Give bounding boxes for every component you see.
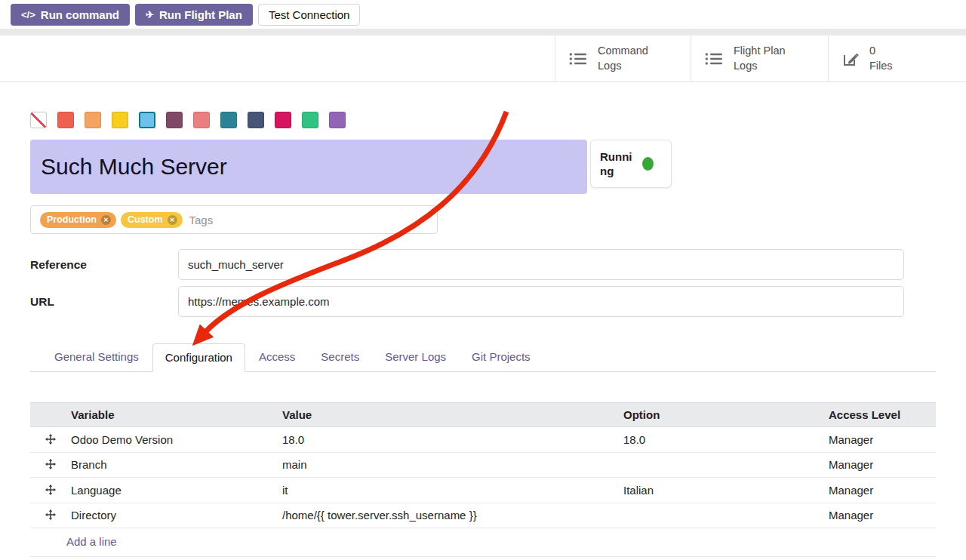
table-row: Language it Italian Manager [30,478,936,503]
tab-configuration[interactable]: Configuration [152,343,245,372]
test-connection-button[interactable]: Test Connection [258,4,361,26]
chevron-down-icon[interactable] [420,218,426,222]
column-header-access-level[interactable]: Access Level [821,403,936,427]
tag-label: Production [47,214,97,225]
url-input[interactable] [178,286,904,317]
cell-value[interactable]: it [275,478,616,503]
page-header: CommandLogs Flight PlanLogs 0Files [0,35,966,82]
reference-row: Reference [30,249,904,280]
files-label: 0Files [869,44,893,73]
color-swatch-salmon[interactable] [193,112,210,128]
cell-option[interactable] [616,503,821,528]
run-flight-plan-button[interactable]: ✈ Run Flight Plan [135,4,253,26]
tag-production: Production ✕ [40,212,116,228]
cell-value[interactable]: main [275,452,616,478]
tab-general-settings[interactable]: General Settings [42,343,151,371]
cell-option[interactable]: Italian [616,478,821,503]
cell-value[interactable]: /home/{{ tower.server.ssh_username }} [275,503,616,528]
table-header-row: Variable Value Option Access Level [30,403,936,427]
move-icon [45,459,56,472]
list-icon [569,52,587,66]
color-swatch-yellow[interactable] [112,112,128,128]
tag-custom: Custom ✕ [121,212,183,228]
color-swatch-magenta[interactable] [275,112,291,128]
server-name-input[interactable] [30,140,587,194]
table-row: Odoo Demo Version 18.0 18.0 Manager [30,427,936,453]
status-label: Running [600,149,635,179]
tab-secrets[interactable]: Secrets [309,343,371,371]
cell-value[interactable]: 18.0 [275,427,616,453]
title-row: Running [30,140,936,194]
cell-access-level[interactable]: Manager [821,452,936,478]
add-line-row: Add a line [30,528,936,557]
divider-strip [0,29,966,35]
edit-icon [842,51,859,67]
tab-git-projects[interactable]: Git Projects [460,343,543,371]
drag-handle[interactable] [30,503,63,528]
tab-server-logs[interactable]: Server Logs [373,343,458,371]
color-swatch-navy[interactable] [248,112,264,128]
url-row: URL [30,286,904,317]
color-swatch-darkpurple[interactable] [166,112,183,128]
code-icon: </> [21,9,35,20]
drag-handle[interactable] [30,427,63,453]
run-flight-plan-label: Run Flight Plan [159,8,242,21]
status-dot-icon [642,157,654,171]
run-command-label: Run command [41,8,119,21]
color-swatch-none[interactable] [30,112,47,128]
tag-remove-icon[interactable]: ✕ [101,215,111,225]
cell-option[interactable] [616,452,821,478]
table-row: Directory /home/{{ tower.server.ssh_user… [30,503,936,528]
status-badge[interactable]: Running [590,140,672,188]
color-swatch-green[interactable] [302,112,318,128]
command-logs-button[interactable]: CommandLogs [555,35,691,82]
color-swatch-red[interactable] [57,112,74,128]
tags-input[interactable] [189,214,429,226]
cell-variable[interactable]: Language [63,478,275,503]
add-a-line-link[interactable]: Add a line [30,528,936,557]
tags-field[interactable]: Production ✕ Custom ✕ [30,205,438,234]
tag-remove-icon[interactable]: ✕ [168,215,177,225]
files-button[interactable]: 0Files [828,35,966,82]
reference-input[interactable] [178,249,904,280]
flight-plan-logs-label: Flight PlanLogs [734,44,786,73]
plane-icon: ✈ [146,9,154,20]
run-command-button[interactable]: </> Run command [11,4,130,26]
color-swatch-teal[interactable] [220,112,237,128]
cell-variable[interactable]: Odoo Demo Version [63,427,275,453]
column-header-variable[interactable]: Variable [63,403,275,427]
flight-plan-logs-button[interactable]: Flight PlanLogs [691,35,828,82]
test-connection-label: Test Connection [269,8,350,21]
handle-column-header [30,403,63,427]
move-icon [45,485,56,497]
color-swatch-lightblue-selected[interactable] [139,112,155,128]
server-form: Running Production ✕ Custom ✕ Reference … [0,112,966,557]
column-header-option[interactable]: Option [616,403,821,427]
reference-label: Reference [30,258,178,272]
color-swatch-orange[interactable] [85,112,101,128]
color-palette [30,112,936,128]
cell-option[interactable]: 18.0 [616,427,821,453]
color-swatch-purple[interactable] [329,112,346,128]
drag-handle[interactable] [30,478,63,503]
cell-variable[interactable]: Directory [63,503,275,528]
tab-access[interactable]: Access [247,343,307,371]
move-icon [45,434,56,447]
list-icon [705,52,723,66]
table-row: Branch main Manager [30,452,936,478]
drag-handle[interactable] [30,452,63,478]
tab-bar: General Settings Configuration Access Se… [30,343,936,372]
move-icon [45,509,56,522]
variables-table: Variable Value Option Access Level Odoo … [30,402,936,557]
command-logs-label: CommandLogs [598,44,648,73]
cell-access-level[interactable]: Manager [821,503,936,528]
column-header-value[interactable]: Value [275,403,616,427]
fields: Reference URL [30,249,904,317]
cell-access-level[interactable]: Manager [821,478,936,503]
url-label: URL [30,295,178,309]
tag-label: Custom [128,214,163,225]
cell-access-level[interactable]: Manager [821,427,936,453]
cell-variable[interactable]: Branch [63,452,275,478]
toolbar: </> Run command ✈ Run Flight Plan Test C… [0,0,966,26]
